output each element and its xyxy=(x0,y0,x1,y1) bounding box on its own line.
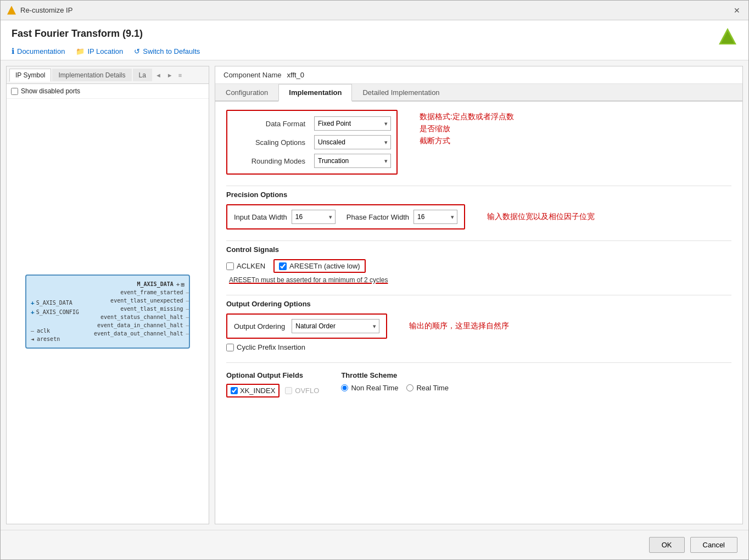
phase-factor-width-select-wrapper: 16 8 24 32 xyxy=(413,210,457,224)
tab-prev-arrow[interactable]: ◄ xyxy=(153,71,164,80)
cyclic-prefix-checkbox[interactable] xyxy=(226,344,234,351)
aresetn-label: ARESETn (active low) xyxy=(289,262,360,270)
optional-throttle-row: Optional Output Fields XK_INDEX OVFLO xyxy=(226,371,731,397)
optional-output-title: Optional Output Fields xyxy=(226,371,319,379)
optional-fields-row: XK_INDEX OVFLO xyxy=(226,384,319,397)
app-header: Fast Fourier Transform (9.1) ℹ Documenta… xyxy=(1,20,748,60)
annotation-scaling: 是否缩放 xyxy=(420,124,514,134)
aclken-checkbox-label[interactable]: ACLKEN xyxy=(226,262,265,270)
event-data-out-channel-halt: event_data_out_channel_halt xyxy=(94,331,183,337)
aclken-checkbox[interactable] xyxy=(226,262,234,270)
output-ordering-title: Output Ordering Options xyxy=(226,300,731,308)
real-time-label: Real Time xyxy=(416,384,449,392)
info-icon: ℹ xyxy=(12,47,14,55)
left-tabs: IP Symbol Implementation Details La ◄ ► … xyxy=(7,66,209,84)
control-signals-section: Control Signals ACLKEN ARESETn (active l… xyxy=(226,245,731,284)
phase-factor-width-label: Phase Factor Width xyxy=(346,213,409,221)
non-real-time-radio-label[interactable]: Non Real Time xyxy=(341,384,398,392)
title-bar: Re-customize IP ✕ xyxy=(1,1,748,20)
xk-index-checkbox[interactable] xyxy=(231,387,238,394)
tab-detailed-implementation[interactable]: Detailed Implementation xyxy=(352,84,450,100)
m-axis-data-port: M_AXIS_DATA xyxy=(137,281,174,288)
real-time-radio-label[interactable]: Real Time xyxy=(406,384,449,392)
tab-ip-symbol[interactable]: IP Symbol xyxy=(9,69,51,82)
aresetn-note: ARESETn must be asserted for a minimum o… xyxy=(226,276,731,284)
right-panel: Component Name xfft_0 Configuration Impl… xyxy=(215,66,743,524)
scaling-options-row: Scaling Options Unscaled Scaled xyxy=(233,135,391,149)
non-real-time-radio[interactable] xyxy=(341,384,348,391)
data-format-label: Data Format xyxy=(233,120,310,128)
data-format-row: Data Format Fixed Point Floating Point xyxy=(233,116,391,131)
annotation-data-format: 数据格式:定点数或者浮点数 xyxy=(420,112,514,122)
real-time-radio[interactable] xyxy=(406,384,413,391)
ok-button[interactable]: OK xyxy=(649,537,685,553)
annotation-rounding: 截断方式 xyxy=(420,136,514,146)
refresh-icon: ↺ xyxy=(134,47,140,55)
data-format-group: Data Format Fixed Point Floating Point S… xyxy=(226,110,398,175)
output-ordering-select-wrapper: Natural Order Bit Reversed Order xyxy=(292,319,379,333)
switch-to-defaults-button[interactable]: ↺ Switch to Defaults xyxy=(134,47,200,55)
precision-options-group: Input Data Width 16 8 24 32 xyxy=(226,204,465,229)
rounding-modes-label: Rounding Modes xyxy=(233,157,310,165)
cancel-button[interactable]: Cancel xyxy=(690,537,737,553)
documentation-button[interactable]: ℹ Documentation xyxy=(12,47,65,55)
phase-factor-width-select[interactable]: 16 8 24 32 xyxy=(413,210,457,224)
non-real-time-label: Non Real Time xyxy=(351,384,398,392)
right-tabs: Configuration Implementation Detailed Im… xyxy=(215,84,742,102)
toolbar: ℹ Documentation 📁 IP Location ↺ Switch t… xyxy=(12,47,737,60)
input-data-width-row: Input Data Width 16 8 24 32 xyxy=(234,210,336,224)
input-data-width-select-wrapper: 16 8 24 32 xyxy=(292,210,336,224)
show-disabled-ports-input[interactable] xyxy=(11,88,18,95)
throttle-scheme-title: Throttle Scheme xyxy=(341,371,449,379)
output-ordering-group: Output Ordering Natural Order Bit Revers… xyxy=(226,313,387,339)
event-tlast-missing: event_tlast_missing xyxy=(94,306,183,312)
annotation-output-ordering: 输出的顺序，这里选择自然序 xyxy=(409,321,509,331)
ovflo-label: OVFLO xyxy=(295,387,319,395)
output-ordering-section: Output Ordering Options Output Ordering … xyxy=(226,300,731,351)
control-signals-title: Control Signals xyxy=(226,245,731,254)
title-bar-left: Re-customize IP xyxy=(7,6,72,15)
ip-symbol-area: M_AXIS_DATA + ⊞ + S_AXIS_DATA xyxy=(7,99,209,524)
xk-index-label: XK_INDEX xyxy=(240,387,275,395)
output-ordering-select[interactable]: Natural Order Bit Reversed Order xyxy=(292,319,379,333)
rounding-modes-select-wrapper: Truncation Rounding xyxy=(314,154,391,168)
main-content: IP Symbol Implementation Details La ◄ ► … xyxy=(1,60,748,530)
scaling-options-select[interactable]: Unscaled Scaled xyxy=(314,135,391,149)
vivado-logo xyxy=(718,27,737,47)
tab-implementation[interactable]: Implementation xyxy=(278,84,352,102)
throttle-scheme-section: Throttle Scheme Non Real Time Real Time xyxy=(341,371,449,397)
folder-icon: 📁 xyxy=(76,47,85,55)
main-window: Re-customize IP ✕ Fast Fourier Transform… xyxy=(0,0,749,560)
ip-location-button[interactable]: 📁 IP Location xyxy=(76,47,123,55)
cyclic-prefix-checkbox-label[interactable]: Cyclic Prefix Insertion xyxy=(226,343,305,351)
cyclic-prefix-row: Cyclic Prefix Insertion xyxy=(226,343,731,351)
data-format-select[interactable]: Fixed Point Floating Point xyxy=(314,116,391,131)
tab-configuration[interactable]: Configuration xyxy=(215,84,278,100)
component-name-label: Component Name xyxy=(223,71,282,79)
phase-factor-width-row: Phase Factor Width 16 8 24 32 xyxy=(346,210,457,224)
scaling-options-label: Scaling Options xyxy=(233,138,310,147)
input-data-width-select[interactable]: 16 8 24 32 xyxy=(292,210,336,224)
control-signals-row: ACLKEN ARESETn (active low) xyxy=(226,259,731,273)
aresetn-checkbox-label[interactable]: ARESETn (active low) xyxy=(273,259,366,273)
tab-implementation-details[interactable]: Implementation Details xyxy=(52,69,131,81)
tab-next-arrow[interactable]: ► xyxy=(165,71,175,80)
app-title: Fast Fourier Transform (9.1) xyxy=(12,28,143,40)
rounding-modes-row: Rounding Modes Truncation Rounding xyxy=(233,154,391,168)
close-button[interactable]: ✕ xyxy=(732,5,742,15)
aclken-label: ACLKEN xyxy=(237,262,265,270)
component-name-value: xfft_0 xyxy=(287,71,305,79)
show-disabled-ports-checkbox[interactable]: Show disabled ports xyxy=(11,87,80,95)
precision-options-title: Precision Options xyxy=(226,191,731,199)
left-panel-toolbar: Show disabled ports xyxy=(7,84,209,99)
event-tlast-unexpected: event_tlast_unexpected xyxy=(94,298,183,304)
ovflo-checkbox[interactable] xyxy=(285,387,292,394)
tab-menu-button[interactable]: ≡ xyxy=(176,71,184,80)
tab-la[interactable]: La xyxy=(133,69,152,81)
aresetn-checkbox[interactable] xyxy=(279,262,287,270)
dialog-footer: OK Cancel xyxy=(1,530,748,559)
event-status-channel-halt: event_status_channel_halt xyxy=(94,314,183,320)
ovflo-checkbox-label[interactable]: OVFLO xyxy=(285,387,319,395)
rounding-modes-select[interactable]: Truncation Rounding xyxy=(314,154,391,168)
input-data-width-label: Input Data Width xyxy=(234,213,287,221)
